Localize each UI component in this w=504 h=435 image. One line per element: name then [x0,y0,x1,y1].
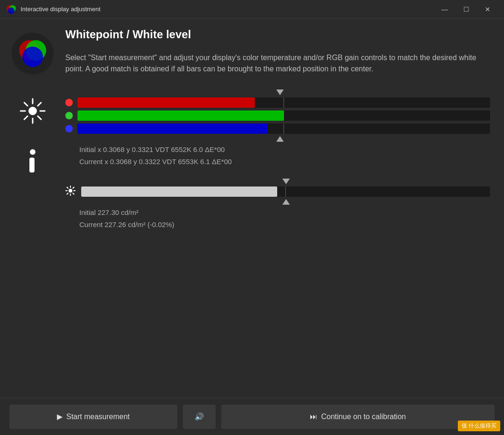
play-icon: ▶ [57,412,63,421]
sun-icon [20,98,46,124]
triangle-up-icon [276,136,284,142]
blue-dot [65,125,73,132]
color-current-stat: Current x 0.3068 y 0.3322 VDT 6553K 6.1 … [79,156,490,168]
maximize-button[interactable]: ☐ [455,2,477,17]
blue-bar-row [65,124,490,134]
content-area: Whitepoint / White level Select "Start m… [65,28,490,388]
main-content: Whitepoint / White level Select "Start m… [0,19,504,398]
window-title: Interactive display adjustment [21,6,434,13]
brightness-initial-stat: Initial 227.30 cd/m² [79,207,490,219]
svg-line-23 [73,193,74,194]
top-triangle-marker [65,90,490,95]
sidebar [9,28,56,388]
bottom-triangle-marker [65,136,490,142]
svg-point-17 [69,189,72,193]
brightness-current-stat: Current 227.26 cd/m² (-0.02%) [79,219,490,231]
svg-point-15 [30,149,35,155]
brightness-bar-fill [81,186,277,197]
color-initial-stat: Initial x 0.3068 y 0.3321 VDT 6552K 6.0 … [79,144,490,156]
page-title: Whitepoint / White level [65,28,490,41]
svg-line-22 [67,187,68,188]
svg-point-5 [22,47,43,67]
svg-line-13 [38,103,41,106]
blue-bar-track [77,124,490,134]
brightness-stats: Initial 227.30 cd/m² Current 227.26 cd/m… [79,207,490,230]
rgb-logo [12,33,54,75]
watermark: 值 什么值得买 [458,421,500,431]
brightness-section: Initial 227.30 cd/m² Current 227.26 cd/m… [65,179,490,230]
svg-rect-16 [29,158,35,173]
svg-point-2 [8,7,14,14]
title-bar: Interactive display adjustment — ☐ ✕ [0,0,504,19]
brightness-bottom-triangle [65,199,490,205]
svg-line-11 [24,103,28,106]
red-dot [65,99,73,106]
green-bar-track [77,110,490,121]
color-stats: Initial x 0.3068 y 0.3321 VDT 6552K 6.0 … [79,144,490,167]
svg-line-14 [24,116,28,119]
svg-line-12 [38,116,41,119]
start-measurement-button[interactable]: ▶ Start measurement [9,405,177,429]
red-bar-fill [77,97,255,108]
window-controls: — ☐ ✕ [434,2,498,17]
brightness-sun-icon [65,186,77,198]
green-dot [65,112,73,119]
color-bars-section: Initial x 0.3068 y 0.3321 VDT 6552K 6.0 … [65,90,490,167]
continue-calibration-button[interactable]: ⏭ Continue on to calibration [221,405,495,429]
bottom-bar: ▶ Start measurement 🔊 ⏭ Continue on to c… [0,398,504,435]
start-measurement-label: Start measurement [66,413,130,421]
minimize-button[interactable]: — [434,2,455,17]
sound-icon: 🔊 [195,412,204,421]
brightness-bar-track [81,186,490,197]
svg-line-25 [67,193,68,194]
red-bar-row [65,97,490,108]
watermark-text: 值 什么值得买 [462,422,497,429]
red-bar-track [77,97,490,108]
description-text: Select "Start measurement" and adjust yo… [65,52,490,75]
brightness-bar-row [65,186,490,198]
close-button[interactable]: ✕ [477,2,498,17]
blue-bar-fill [77,124,267,134]
skip-icon: ⏭ [310,413,317,421]
svg-line-24 [73,187,74,188]
svg-point-6 [28,107,37,115]
green-bar-fill [77,110,284,121]
info-icon [21,147,44,175]
green-bar-row [65,110,490,121]
sound-button[interactable]: 🔊 [183,405,216,429]
app-icon [6,4,17,15]
brightness-triangle-down-icon [282,179,290,184]
continue-calibration-label: Continue on to calibration [321,413,406,421]
brightness-triangle-up-icon [282,199,290,205]
triangle-down-icon [276,90,284,95]
brightness-top-triangle [65,179,490,184]
